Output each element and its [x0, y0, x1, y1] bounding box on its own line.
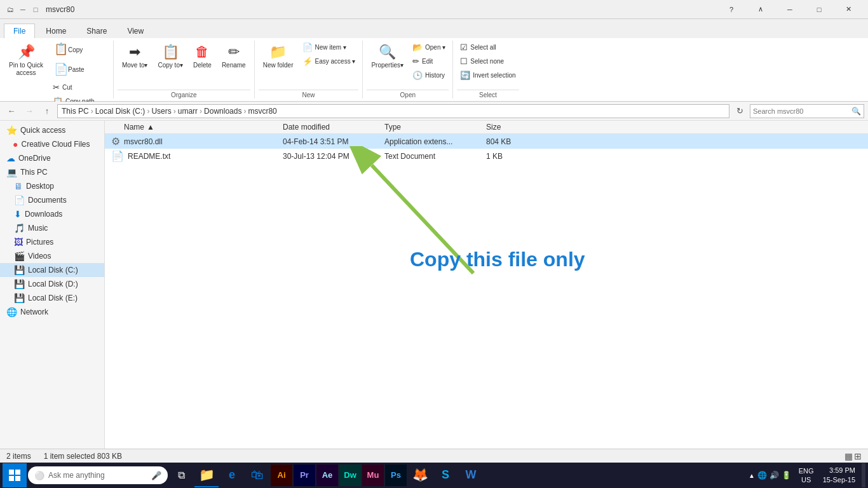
- select-all-label: Select all: [470, 44, 496, 51]
- tray-battery-icon[interactable]: 🔋: [782, 471, 791, 480]
- title-restore-icon[interactable]: □: [31, 4, 41, 15]
- paste-button[interactable]: 📄 Paste: [50, 61, 94, 80]
- col-header-name[interactable]: Name ▲: [105, 123, 283, 132]
- crumb-this-pc[interactable]: This PC: [62, 107, 89, 116]
- sidebar-item-music[interactable]: 🎵 Music: [0, 221, 104, 235]
- minimize-button[interactable]: ─: [775, 0, 804, 19]
- up-button[interactable]: ↑: [39, 104, 55, 119]
- rename-label: Rename: [222, 62, 246, 69]
- taskbar-app-store[interactable]: 🛍: [245, 463, 269, 487]
- sidebar-item-pictures[interactable]: 🖼 Pictures: [0, 235, 104, 249]
- sidebar-item-network[interactable]: 🌐 Network: [0, 305, 104, 319]
- search-box[interactable]: 🔍: [750, 104, 864, 118]
- videos-icon: 🎬: [14, 251, 25, 261]
- open-small-buttons: 📂 Open ▾ ✏ Edit 🕒 History: [409, 41, 449, 82]
- taskbar-app-photoshop[interactable]: Ps: [385, 464, 407, 486]
- sidebar-item-documents[interactable]: 📄 Documents: [0, 193, 104, 207]
- pin-quick-access-button[interactable]: 📌 Pin to Quick access: [4, 41, 48, 80]
- taskbar-app-muse[interactable]: Mu: [362, 464, 384, 486]
- sidebar-item-local-disk-e[interactable]: 💾 Local Disk (E:): [0, 291, 104, 305]
- taskbar-search[interactable]: ⚪ Ask me anything 🎤: [28, 466, 168, 484]
- new-folder-icon: 📁: [269, 44, 287, 60]
- taskbar-app-skype[interactable]: S: [433, 463, 458, 487]
- chevron-up-icon[interactable]: ∧: [746, 0, 775, 19]
- crumb-umarr[interactable]: umarr: [178, 107, 198, 116]
- easy-access-button[interactable]: ⚡ Easy access ▾: [299, 55, 359, 68]
- tray-network-icon[interactable]: 🌐: [757, 471, 767, 480]
- rename-button[interactable]: ✏ Rename: [217, 41, 250, 72]
- sidebar-item-downloads[interactable]: ⬇ Downloads: [0, 207, 104, 221]
- taskbar-app-premiere[interactable]: Pr: [294, 464, 315, 486]
- taskbar-app-file-explorer[interactable]: 📁: [194, 463, 219, 487]
- tab-file[interactable]: File: [4, 24, 35, 38]
- date-display: 15-Sep-15: [823, 475, 855, 485]
- invert-selection-button[interactable]: 🔄 Invert selection: [457, 69, 519, 82]
- tab-home[interactable]: Home: [36, 24, 76, 38]
- taskbar-app-edge[interactable]: e: [220, 463, 244, 487]
- copy-to-button[interactable]: 📋 Copy to▾: [154, 41, 187, 72]
- start-button[interactable]: [3, 463, 27, 487]
- show-desktop-button[interactable]: [862, 463, 865, 487]
- sidebar-item-quick-access[interactable]: ⭐ Quick access: [0, 123, 104, 137]
- move-to-button[interactable]: ➡ Move to▾: [118, 41, 153, 72]
- search-icon[interactable]: 🔍: [851, 107, 861, 116]
- sidebar-item-local-disk-d[interactable]: 💾 Local Disk (D:): [0, 277, 104, 291]
- large-icons-view-icon[interactable]: ⊞: [854, 451, 862, 461]
- crumb-downloads[interactable]: Downloads: [204, 107, 241, 116]
- tray-chevron[interactable]: ▲: [749, 472, 755, 479]
- copy-button[interactable]: 📋 Copy: [50, 41, 94, 60]
- select-all-button[interactable]: ☑ Select all: [457, 41, 519, 54]
- close-button[interactable]: ✕: [834, 0, 863, 19]
- view-icons: ▦ ⊞: [844, 451, 862, 461]
- history-button[interactable]: 🕒 History: [409, 69, 449, 82]
- help-button[interactable]: ?: [717, 0, 746, 19]
- sidebar-item-this-pc[interactable]: 💻 This PC: [0, 165, 104, 179]
- address-breadcrumb[interactable]: This PC › Local Disk (C:) › Users › umar…: [57, 104, 729, 118]
- tab-view[interactable]: View: [118, 24, 153, 38]
- details-view-icon[interactable]: ▦: [844, 451, 853, 461]
- taskbar-app-illustrator[interactable]: Ai: [271, 464, 292, 486]
- sidebar-item-local-disk-c[interactable]: 💾 Local Disk (C:): [0, 263, 104, 277]
- col-header-type[interactable]: Type: [384, 123, 486, 132]
- back-button[interactable]: ←: [4, 104, 19, 119]
- col-header-size[interactable]: Size: [486, 123, 537, 132]
- properties-button[interactable]: 🔍 Properties▾: [367, 41, 408, 72]
- table-row[interactable]: ⚙ msvcr80.dll 04-Feb-14 3:51 PM Applicat…: [105, 134, 868, 149]
- search-input[interactable]: [753, 107, 851, 115]
- sidebar-item-onedrive[interactable]: ☁ OneDrive: [0, 151, 104, 165]
- table-row[interactable]: 📄 README.txt 30-Jul-13 12:04 PM Text Doc…: [105, 149, 868, 163]
- tab-share[interactable]: Share: [77, 24, 116, 38]
- cut-button[interactable]: ✂ Cut: [50, 81, 109, 94]
- new-folder-button[interactable]: 📁 New folder: [259, 41, 298, 72]
- sidebar-item-videos[interactable]: 🎬 Videos: [0, 249, 104, 263]
- main-content: ⭐ Quick access ● Creative Cloud Files ☁ …: [0, 121, 868, 449]
- title-minimize-icon[interactable]: ─: [18, 4, 28, 15]
- crumb-users[interactable]: Users: [151, 107, 171, 116]
- sidebar-item-desktop[interactable]: 🖥 Desktop: [0, 179, 104, 193]
- edit-button[interactable]: ✏ Edit: [409, 55, 449, 68]
- taskbar-app-firefox[interactable]: 🦊: [408, 463, 432, 487]
- crumb-msvcr80[interactable]: msvcr80: [248, 107, 276, 116]
- properties-label: Properties▾: [371, 62, 403, 69]
- microphone-icon: 🎤: [151, 471, 161, 480]
- taskbar-app-dreamweaver[interactable]: Dw: [339, 464, 361, 486]
- language-indicator[interactable]: ENG US: [796, 466, 817, 485]
- forward-button[interactable]: →: [22, 104, 37, 119]
- delete-button[interactable]: 🗑 Delete: [189, 41, 216, 72]
- taskbar-app-word[interactable]: W: [459, 463, 483, 487]
- clock[interactable]: 3:59 PM 15-Sep-15: [818, 466, 860, 485]
- new-item-button[interactable]: 📄 New item ▾: [299, 41, 359, 54]
- task-view-button[interactable]: ⧉: [169, 463, 193, 487]
- taskbar-app-after-effects[interactable]: Ae: [316, 464, 338, 486]
- open-button[interactable]: 📂 Open ▾: [409, 41, 449, 54]
- sidebar-item-creative-cloud[interactable]: ● Creative Cloud Files: [0, 137, 104, 151]
- crumb-local-disk-c[interactable]: Local Disk (C:): [95, 107, 146, 116]
- time-display: 3:59 PM: [823, 466, 855, 475]
- new-item-icon: 📄: [302, 43, 313, 52]
- refresh-button[interactable]: ↻: [732, 104, 747, 119]
- select-none-button[interactable]: ☐ Select none: [457, 55, 519, 68]
- select-all-icon: ☑: [460, 43, 468, 52]
- col-header-date[interactable]: Date modified: [283, 123, 384, 132]
- maximize-button[interactable]: □: [804, 0, 834, 19]
- tray-volume-icon[interactable]: 🔊: [770, 471, 779, 480]
